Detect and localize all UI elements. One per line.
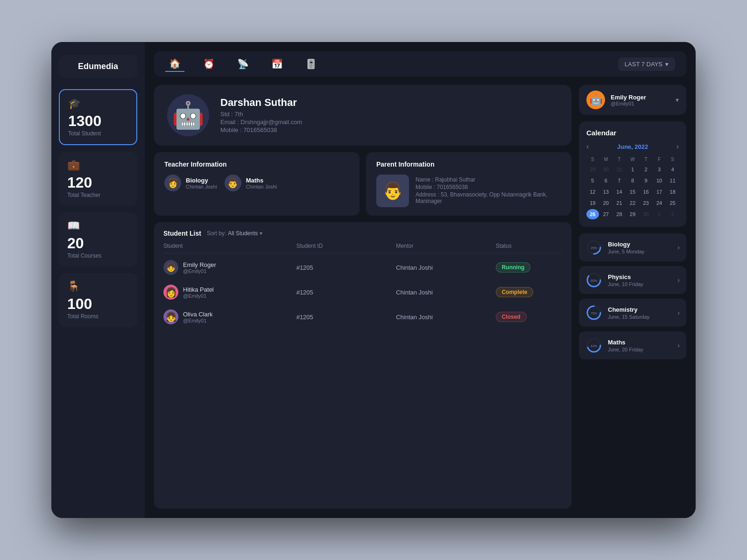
- parent-info: 👨 Name : Rajubhai Suthar Mobile : 701656…: [376, 175, 561, 207]
- cal-day-20[interactable]: 20: [600, 198, 613, 208]
- cal-day-2b[interactable]: 2: [666, 209, 679, 219]
- cal-day-3[interactable]: 3: [653, 164, 666, 175]
- cal-day-22[interactable]: 22: [627, 198, 639, 208]
- cal-day-4[interactable]: 4: [666, 164, 679, 175]
- cal-day-5[interactable]: 5: [586, 175, 599, 186]
- calendar-month: June, 2022: [617, 143, 648, 150]
- cal-day-21[interactable]: 21: [613, 198, 626, 208]
- stat-card-courses[interactable]: 📖 20 Total Courses: [59, 212, 137, 266]
- cal-day-13[interactable]: 13: [600, 187, 613, 197]
- course-item-chemistry[interactable]: 75% Chemistry June, 15 Saturday ›: [579, 299, 686, 327]
- cal-header-w: W: [627, 155, 639, 163]
- nav-broadcast-icon[interactable]: 📡: [233, 56, 253, 71]
- svg-text:25%: 25%: [591, 246, 597, 250]
- profile-mobile: Mobile : 7016565038: [220, 126, 302, 133]
- cal-day-28[interactable]: 28: [613, 209, 626, 219]
- sort-control[interactable]: Sort by: All Students ▾: [207, 230, 262, 237]
- student-name-1: Hitika Patel: [183, 286, 214, 293]
- user-info: Emily Roger @Emily01: [611, 94, 646, 106]
- cal-day-30b[interactable]: 30: [640, 209, 652, 219]
- nav-settings-icon[interactable]: 🎚️: [302, 56, 321, 71]
- cal-header-s1: S: [586, 155, 599, 163]
- cal-header-m: M: [600, 155, 613, 163]
- cal-day-14[interactable]: 14: [613, 187, 626, 197]
- cal-day-1b[interactable]: 1: [653, 209, 666, 219]
- cal-day-7[interactable]: 7: [613, 175, 626, 186]
- cal-day-15[interactable]: 15: [627, 187, 639, 197]
- physics-info: Physics June, 10 Friday: [608, 273, 672, 287]
- calendar-nav: ‹ June, 2022 ›: [586, 142, 679, 151]
- maths-info: Maths June, 20 Friday: [608, 339, 672, 352]
- calendar-prev-button[interactable]: ‹: [586, 142, 589, 151]
- calendar-card: Calendar ‹ June, 2022 › S M T W T F S: [579, 121, 686, 227]
- cal-day-10[interactable]: 10: [653, 175, 666, 186]
- cal-day-24[interactable]: 24: [653, 198, 666, 208]
- chemistry-info: Chemistry June, 15 Saturday: [608, 306, 672, 320]
- teacher-name-0: Chintan Joshi: [186, 184, 217, 189]
- app-container: Edumedia 🎓 1300 Total Student 💼 120 Tota…: [51, 42, 696, 518]
- teacher-item-1: 👨 Maths Chintan Joshi: [225, 175, 277, 191]
- course-item-biology[interactable]: 25% Biology June, 5 Monday ›: [579, 233, 686, 261]
- rooms-icon: 🪑: [67, 280, 129, 293]
- cal-day-30a[interactable]: 30: [600, 164, 613, 175]
- biology-info: Biology June, 5 Monday: [608, 241, 672, 254]
- maths-date: June, 20 Friday: [608, 347, 672, 352]
- teacher-item-0: 👩 Biology Chintan Joshi: [164, 175, 217, 191]
- physics-progress-circle: 60%: [585, 272, 602, 288]
- stat-card-students[interactable]: 🎓 1300 Total Student: [59, 89, 137, 145]
- status-badge-0: Running: [496, 262, 531, 273]
- cal-day-19[interactable]: 19: [586, 198, 599, 208]
- chemistry-chevron-icon: ›: [677, 309, 680, 316]
- cal-day-11[interactable]: 11: [666, 175, 679, 186]
- stat-card-teachers[interactable]: 💼 120 Total Teacher: [59, 152, 137, 206]
- cal-day-18[interactable]: 18: [666, 187, 679, 197]
- cal-day-29a[interactable]: 29: [586, 164, 599, 175]
- nav-calendar-icon[interactable]: 📅: [268, 56, 287, 71]
- physics-date: June, 10 Friday: [608, 281, 672, 287]
- teacher-list: 👩 Biology Chintan Joshi 👨 Maths: [164, 175, 349, 191]
- sort-label: Sort by:: [207, 230, 226, 237]
- cal-day-16[interactable]: 16: [640, 187, 652, 197]
- profile-info: Darshan Suthar Std : 7th Email : Drshnga…: [220, 97, 302, 134]
- stat-card-rooms[interactable]: 🪑 100 Total Rooms: [59, 273, 137, 327]
- main-content: 🏠 ⏰ 📡 📅 🎚️ LAST 7 DAYS ▾ 🤖: [145, 42, 696, 518]
- cal-day-17[interactable]: 17: [653, 187, 666, 197]
- cal-header-f: F: [653, 155, 666, 163]
- cal-day-26[interactable]: 26: [586, 209, 599, 219]
- logo-box[interactable]: Edumedia: [59, 55, 137, 78]
- list-header: Student List Sort by: All Students ▾: [163, 230, 562, 237]
- cal-day-2[interactable]: 2: [640, 164, 652, 175]
- cal-day-1[interactable]: 1: [627, 164, 639, 175]
- cal-day-27[interactable]: 27: [600, 209, 613, 219]
- parent-mobile: Mobile : 7016565038: [416, 184, 561, 190]
- student-id-0: #1205: [296, 264, 396, 271]
- cal-day-8[interactable]: 8: [627, 175, 639, 186]
- mentor-0: Chintan Joshi: [396, 264, 496, 271]
- status-badge-1: Complete: [496, 287, 534, 297]
- last-days-button[interactable]: LAST 7 DAYS ▾: [618, 57, 675, 71]
- profile-card: 🤖 Darshan Suthar Std : 7th Email : Drshn…: [154, 85, 571, 146]
- course-item-maths[interactable]: 44% Maths June, 20 Friday ›: [579, 331, 686, 359]
- cal-day-29[interactable]: 29: [627, 209, 639, 219]
- parent-info-card: Parent Information 👨 Name : Rajubhai Sut…: [366, 152, 571, 216]
- cal-day-25[interactable]: 25: [666, 198, 679, 208]
- course-item-physics[interactable]: 60% Physics June, 10 Friday ›: [579, 266, 686, 294]
- cal-day-6[interactable]: 6: [600, 175, 613, 186]
- sort-value: All Students: [228, 230, 258, 237]
- nav-clock-icon[interactable]: ⏰: [199, 56, 218, 71]
- cal-day-9[interactable]: 9: [640, 175, 652, 186]
- calendar-next-button[interactable]: ›: [677, 142, 679, 151]
- teachers-count: 120: [67, 175, 129, 190]
- student-avatar-0: 👧: [163, 260, 178, 275]
- student-list-card: Student List Sort by: All Students ▾ Stu…: [154, 222, 571, 509]
- cal-day-23[interactable]: 23: [640, 198, 652, 208]
- student-id-2: #1205: [296, 314, 396, 321]
- cal-day-31[interactable]: 31: [613, 164, 626, 175]
- center-panel: 🤖 Darshan Suthar Std : 7th Email : Drshn…: [154, 85, 571, 509]
- cal-day-12[interactable]: 12: [586, 187, 599, 197]
- student-handle-2: @Emily01: [183, 318, 213, 323]
- nav-home-icon[interactable]: 🏠: [165, 56, 184, 72]
- student-handle-0: @Emily01: [183, 268, 216, 274]
- user-header[interactable]: 🤖 Emily Roger @Emily01 ▾: [579, 85, 686, 115]
- mentor-2: Chintan Joshi: [396, 314, 496, 321]
